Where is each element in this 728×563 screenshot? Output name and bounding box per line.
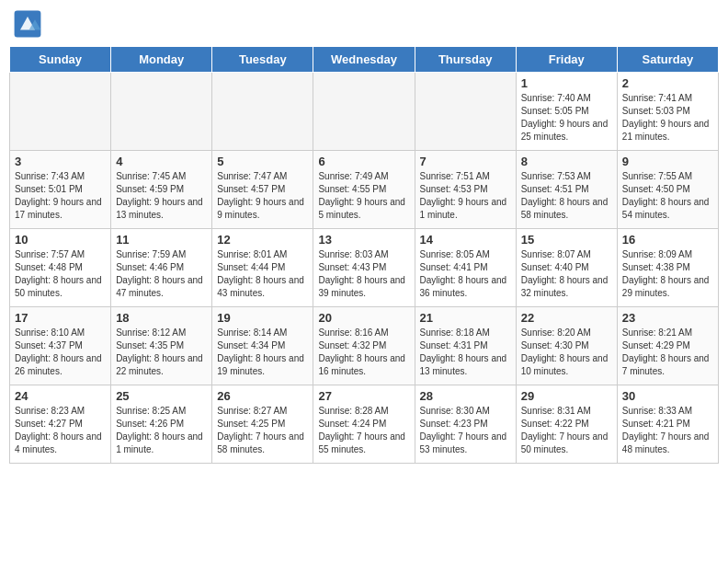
calendar-cell: 6Sunrise: 7:49 AM Sunset: 4:55 PM Daylig… [313, 151, 415, 229]
day-info: Sunrise: 8:05 AM Sunset: 4:41 PM Dayligh… [420, 248, 511, 300]
day-info: Sunrise: 8:10 AM Sunset: 4:37 PM Dayligh… [15, 327, 106, 378]
day-number: 9 [622, 155, 713, 168]
day-info: Sunrise: 7:55 AM Sunset: 4:50 PM Dayligh… [622, 170, 713, 222]
day-header-tuesday: Tuesday [212, 47, 313, 73]
day-number: 24 [15, 389, 106, 403]
calendar-header-row: SundayMondayTuesdayWednesdayThursdayFrid… [10, 47, 719, 73]
logo [13, 9, 46, 39]
calendar-cell: 26Sunrise: 8:27 AM Sunset: 4:25 PM Dayli… [212, 385, 313, 464]
logo-icon [13, 9, 42, 39]
calendar-cell: 27Sunrise: 8:28 AM Sunset: 4:24 PM Dayli… [313, 385, 415, 464]
day-number: 4 [116, 155, 207, 168]
day-number: 28 [420, 389, 511, 403]
calendar-cell: 24Sunrise: 8:23 AM Sunset: 4:27 PM Dayli… [10, 385, 111, 464]
day-info: Sunrise: 8:25 AM Sunset: 4:26 PM Dayligh… [116, 405, 207, 456]
calendar-cell: 8Sunrise: 7:53 AM Sunset: 4:51 PM Daylig… [516, 151, 617, 229]
calendar-cell: 29Sunrise: 8:31 AM Sunset: 4:22 PM Dayli… [516, 385, 617, 464]
day-number: 22 [521, 311, 612, 325]
calendar-cell: 25Sunrise: 8:25 AM Sunset: 4:26 PM Dayli… [111, 385, 212, 464]
day-number: 1 [521, 76, 612, 90]
day-number: 14 [420, 233, 511, 247]
day-info: Sunrise: 8:31 AM Sunset: 4:22 PM Dayligh… [521, 405, 612, 456]
calendar-cell: 9Sunrise: 7:55 AM Sunset: 4:50 PM Daylig… [617, 151, 718, 229]
day-number: 13 [318, 233, 409, 247]
day-info: Sunrise: 8:01 AM Sunset: 4:44 PM Dayligh… [217, 248, 308, 300]
day-number: 21 [420, 311, 511, 325]
calendar-cell: 28Sunrise: 8:30 AM Sunset: 4:23 PM Dayli… [415, 385, 516, 464]
day-info: Sunrise: 7:59 AM Sunset: 4:46 PM Dayligh… [116, 248, 207, 300]
day-header-wednesday: Wednesday [313, 47, 415, 73]
day-number: 6 [318, 155, 409, 168]
calendar-cell: 12Sunrise: 8:01 AM Sunset: 4:44 PM Dayli… [212, 229, 313, 307]
week-row-2: 3Sunrise: 7:43 AM Sunset: 5:01 PM Daylig… [10, 151, 719, 229]
day-info: Sunrise: 8:09 AM Sunset: 4:38 PM Dayligh… [622, 248, 713, 300]
week-row-3: 10Sunrise: 7:57 AM Sunset: 4:48 PM Dayli… [10, 229, 719, 307]
calendar-cell: 13Sunrise: 8:03 AM Sunset: 4:43 PM Dayli… [313, 229, 415, 307]
day-number: 11 [116, 233, 207, 247]
day-info: Sunrise: 7:47 AM Sunset: 4:57 PM Dayligh… [217, 170, 308, 222]
week-row-1: 1Sunrise: 7:40 AM Sunset: 5:05 PM Daylig… [10, 73, 719, 151]
day-info: Sunrise: 8:28 AM Sunset: 4:24 PM Dayligh… [318, 405, 409, 456]
day-info: Sunrise: 8:27 AM Sunset: 4:25 PM Dayligh… [217, 405, 308, 456]
day-number: 27 [318, 389, 409, 403]
day-info: Sunrise: 7:53 AM Sunset: 4:51 PM Dayligh… [521, 170, 612, 222]
day-number: 20 [318, 311, 409, 325]
calendar-cell: 20Sunrise: 8:16 AM Sunset: 4:32 PM Dayli… [313, 307, 415, 385]
day-number: 19 [217, 311, 308, 325]
calendar-cell: 14Sunrise: 8:05 AM Sunset: 4:41 PM Dayli… [415, 229, 516, 307]
day-info: Sunrise: 8:03 AM Sunset: 4:43 PM Dayligh… [318, 248, 409, 300]
day-info: Sunrise: 8:07 AM Sunset: 4:40 PM Dayligh… [521, 248, 612, 300]
day-info: Sunrise: 8:16 AM Sunset: 4:32 PM Dayligh… [318, 327, 409, 378]
day-header-thursday: Thursday [415, 47, 516, 73]
day-info: Sunrise: 7:41 AM Sunset: 5:03 PM Dayligh… [622, 92, 713, 144]
calendar-cell: 10Sunrise: 7:57 AM Sunset: 4:48 PM Dayli… [10, 229, 111, 307]
calendar-cell: 3Sunrise: 7:43 AM Sunset: 5:01 PM Daylig… [10, 151, 111, 229]
day-number: 15 [521, 233, 612, 247]
day-info: Sunrise: 7:45 AM Sunset: 4:59 PM Dayligh… [116, 170, 207, 222]
day-number: 10 [15, 233, 106, 247]
calendar-cell: 19Sunrise: 8:14 AM Sunset: 4:34 PM Dayli… [212, 307, 313, 385]
day-header-sunday: Sunday [10, 47, 111, 73]
calendar-cell: 7Sunrise: 7:51 AM Sunset: 4:53 PM Daylig… [415, 151, 516, 229]
day-number: 30 [622, 389, 713, 403]
day-number: 17 [15, 311, 106, 325]
day-number: 12 [217, 233, 308, 247]
calendar-cell [313, 73, 415, 151]
day-number: 2 [622, 76, 713, 90]
calendar-cell: 16Sunrise: 8:09 AM Sunset: 4:38 PM Dayli… [617, 229, 718, 307]
day-info: Sunrise: 7:49 AM Sunset: 4:55 PM Dayligh… [318, 170, 409, 222]
day-info: Sunrise: 8:20 AM Sunset: 4:30 PM Dayligh… [521, 327, 612, 378]
day-info: Sunrise: 8:21 AM Sunset: 4:29 PM Dayligh… [622, 327, 713, 378]
calendar-cell: 5Sunrise: 7:47 AM Sunset: 4:57 PM Daylig… [212, 151, 313, 229]
day-number: 5 [217, 155, 308, 168]
calendar-cell: 1Sunrise: 7:40 AM Sunset: 5:05 PM Daylig… [516, 73, 617, 151]
day-number: 3 [15, 155, 106, 168]
day-info: Sunrise: 8:30 AM Sunset: 4:23 PM Dayligh… [420, 405, 511, 456]
calendar-cell: 22Sunrise: 8:20 AM Sunset: 4:30 PM Dayli… [516, 307, 617, 385]
day-number: 29 [521, 389, 612, 403]
calendar-cell: 30Sunrise: 8:33 AM Sunset: 4:21 PM Dayli… [617, 385, 718, 464]
day-number: 7 [420, 155, 511, 168]
day-number: 25 [116, 389, 207, 403]
calendar-cell: 18Sunrise: 8:12 AM Sunset: 4:35 PM Dayli… [111, 307, 212, 385]
day-info: Sunrise: 8:12 AM Sunset: 4:35 PM Dayligh… [116, 327, 207, 378]
week-row-4: 17Sunrise: 8:10 AM Sunset: 4:37 PM Dayli… [10, 307, 719, 385]
calendar-cell [111, 73, 212, 151]
calendar-cell [212, 73, 313, 151]
day-info: Sunrise: 8:18 AM Sunset: 4:31 PM Dayligh… [420, 327, 511, 378]
calendar-cell: 4Sunrise: 7:45 AM Sunset: 4:59 PM Daylig… [111, 151, 212, 229]
day-info: Sunrise: 7:43 AM Sunset: 5:01 PM Dayligh… [15, 170, 106, 222]
day-info: Sunrise: 8:23 AM Sunset: 4:27 PM Dayligh… [15, 405, 106, 456]
day-number: 23 [622, 311, 713, 325]
day-info: Sunrise: 8:14 AM Sunset: 4:34 PM Dayligh… [217, 327, 308, 378]
calendar-cell: 11Sunrise: 7:59 AM Sunset: 4:46 PM Dayli… [111, 229, 212, 307]
calendar-cell: 2Sunrise: 7:41 AM Sunset: 5:03 PM Daylig… [617, 73, 718, 151]
calendar-cell: 23Sunrise: 8:21 AM Sunset: 4:29 PM Dayli… [617, 307, 718, 385]
day-number: 26 [217, 389, 308, 403]
day-info: Sunrise: 7:57 AM Sunset: 4:48 PM Dayligh… [15, 248, 106, 300]
calendar-cell: 17Sunrise: 8:10 AM Sunset: 4:37 PM Dayli… [10, 307, 111, 385]
day-header-saturday: Saturday [617, 47, 718, 73]
calendar-table: SundayMondayTuesdayWednesdayThursdayFrid… [9, 46, 719, 464]
day-number: 18 [116, 311, 207, 325]
page-header [9, 9, 719, 39]
